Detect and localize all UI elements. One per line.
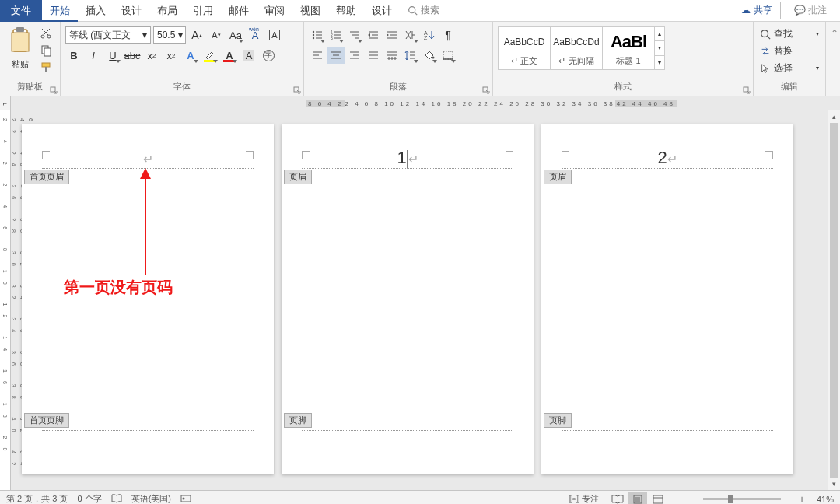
paragraph-dialog-launcher[interactable] xyxy=(482,86,490,93)
underline-button[interactable]: U xyxy=(104,47,121,64)
strikethrough-button[interactable]: abc xyxy=(124,47,141,64)
page-2[interactable]: 1↵ 页眉 页脚 xyxy=(282,124,534,474)
show-marks-button[interactable]: ¶ xyxy=(439,26,457,44)
char-shading-button[interactable]: A xyxy=(240,47,257,64)
italic-button[interactable]: I xyxy=(85,47,102,64)
page-1[interactable]: ↵ 首页页眉 首页页脚 第一页没有页码 xyxy=(22,124,274,474)
enclose-char-button[interactable]: 字 xyxy=(260,47,277,64)
chevron-up-icon[interactable]: ▴ xyxy=(655,27,664,41)
style-normal[interactable]: AaBbCcD ↵ 正文 xyxy=(498,26,551,70)
scroll-up-button[interactable]: ▴ xyxy=(828,110,840,123)
font-color-button[interactable]: A xyxy=(221,47,238,64)
change-case-button[interactable]: Aa xyxy=(227,26,244,44)
menu-review[interactable]: 审阅 xyxy=(257,0,292,22)
svg-point-16 xyxy=(313,34,314,36)
align-right-button[interactable] xyxy=(346,47,363,64)
bullets-button[interactable] xyxy=(309,26,326,44)
find-button[interactable]: 查找▾ xyxy=(758,26,821,41)
ribbon-collapse[interactable]: ⌃ xyxy=(826,22,840,96)
zoom-out-button[interactable]: − xyxy=(677,493,688,504)
grow-font-button[interactable]: A▴ xyxy=(188,26,205,44)
zoom-percent[interactable]: 41% xyxy=(817,495,834,504)
menu-file[interactable]: 文件 xyxy=(0,0,42,22)
view-print-button[interactable] xyxy=(628,492,647,505)
asian-layout-button[interactable] xyxy=(402,26,419,44)
menu-mailings[interactable]: 邮件 xyxy=(221,0,257,22)
decrease-indent-button[interactable] xyxy=(365,26,382,44)
style-no-spacing[interactable]: AaBbCcDd ↵ 无间隔 xyxy=(550,26,603,70)
highlight-button[interactable] xyxy=(201,47,219,64)
status-macro-icon[interactable] xyxy=(180,494,191,505)
font-dialog-launcher[interactable] xyxy=(293,86,301,93)
subscript-button[interactable]: x2 xyxy=(143,47,160,64)
status-spell-icon[interactable] xyxy=(111,494,122,505)
page-3[interactable]: 2↵ 页眉 页脚 xyxy=(541,124,793,474)
zoom-slider-thumb[interactable] xyxy=(728,495,733,503)
shrink-font-button[interactable]: A▾ xyxy=(208,26,225,44)
status-word-count[interactable]: 0 个字 xyxy=(77,493,101,504)
view-read-button[interactable] xyxy=(608,492,627,505)
styles-gallery-scroll[interactable]: ▴ ▾ ▾ xyxy=(654,26,665,70)
view-web-button[interactable] xyxy=(649,492,667,505)
borders-button[interactable] xyxy=(439,47,457,64)
select-button[interactable]: 选择▾ xyxy=(758,61,821,75)
char-border-button[interactable]: A xyxy=(266,26,283,44)
multilevel-list-button[interactable] xyxy=(346,26,363,44)
superscript-button[interactable]: x2 xyxy=(163,47,180,64)
scroll-down-button[interactable]: ▾ xyxy=(828,478,840,490)
numbering-button[interactable]: 123 xyxy=(327,26,345,44)
shading-button[interactable] xyxy=(421,47,438,64)
sort-button[interactable]: AZ xyxy=(421,26,438,44)
paste-button[interactable]: 粘贴 xyxy=(5,23,36,73)
align-distribute-button[interactable] xyxy=(383,47,401,64)
line-spacing-button[interactable] xyxy=(402,47,419,64)
vertical-scrollbar[interactable]: ▴ ▾ xyxy=(828,110,840,490)
share-button[interactable]: ☁ 共享 xyxy=(733,2,780,19)
menu-insert[interactable]: 插入 xyxy=(78,0,114,22)
status-focus[interactable]: ⟦▫⟧ 专注 xyxy=(569,493,599,504)
ruler-vertical[interactable]: 2 4 2 2 4 6 8 10 12 14 16 18 20 22 24 26… xyxy=(0,110,11,490)
menu-layout[interactable]: 布局 xyxy=(149,0,185,22)
menu-help[interactable]: 帮助 xyxy=(328,0,364,22)
text-effects-button[interactable]: A xyxy=(182,47,199,64)
menu-home[interactable]: 开始 xyxy=(42,0,78,22)
clipboard-dialog-launcher[interactable] xyxy=(50,86,58,93)
menu-view[interactable]: 视图 xyxy=(292,0,328,22)
scroll-thumb[interactable] xyxy=(830,123,838,478)
styles-expand-icon[interactable]: ▾ xyxy=(655,56,664,69)
svg-text:1: 1 xyxy=(331,30,333,34)
menu-contextual-design[interactable]: 设计 xyxy=(364,0,400,22)
status-page[interactable]: 第 2 页，共 3 页 xyxy=(6,493,68,504)
record-icon xyxy=(180,494,191,503)
font-size-combo[interactable]: 50.5▾ xyxy=(153,26,186,44)
copy-button[interactable] xyxy=(39,44,53,58)
bucket-icon xyxy=(423,50,436,61)
zoom-in-button[interactable]: + xyxy=(796,493,807,504)
replace-button[interactable]: 替换 xyxy=(758,44,821,58)
align-justify-button[interactable] xyxy=(365,47,382,64)
style-heading-1[interactable]: AaBl 标题 1 xyxy=(602,26,655,70)
bold-button[interactable]: B xyxy=(65,47,82,64)
increase-indent-button[interactable] xyxy=(383,26,401,44)
ruler-horizontal[interactable]: ⌐ 8 6 4 2 2 4 6 8 10 12 14 16 18 20 22 2… xyxy=(0,96,840,110)
format-painter-button[interactable] xyxy=(39,61,53,75)
phonetic-guide-button[interactable]: wénA xyxy=(247,26,264,44)
comments-button[interactable]: 💬 批注 xyxy=(786,2,835,19)
align-center-button[interactable] xyxy=(327,47,345,64)
align-left-button[interactable] xyxy=(309,47,326,64)
chevron-down-icon[interactable]: ▾ xyxy=(655,41,664,55)
menu-design[interactable]: 设计 xyxy=(114,0,149,22)
menu-references[interactable]: 引用 xyxy=(185,0,221,22)
zoom-slider[interactable] xyxy=(703,498,781,500)
margin-mark xyxy=(302,151,310,159)
align-left-icon xyxy=(311,50,324,61)
search-box[interactable]: 搜索 xyxy=(400,4,447,17)
status-language[interactable]: 英语(美国) xyxy=(131,493,171,504)
pages-container[interactable]: ↵ 首页页眉 首页页脚 第一页没有页码 1↵ 页眉 页脚 2↵ 页眉 xyxy=(11,110,828,490)
styles-dialog-launcher[interactable] xyxy=(743,86,751,93)
paste-label: 粘贴 xyxy=(6,58,34,70)
ribbon-group-paragraph: 123 AZ ¶ 段落 xyxy=(304,22,493,96)
cut-button[interactable] xyxy=(39,26,53,40)
font-name-combo[interactable]: 等线 (西文正文▾ xyxy=(65,26,151,44)
svg-point-63 xyxy=(182,497,184,499)
